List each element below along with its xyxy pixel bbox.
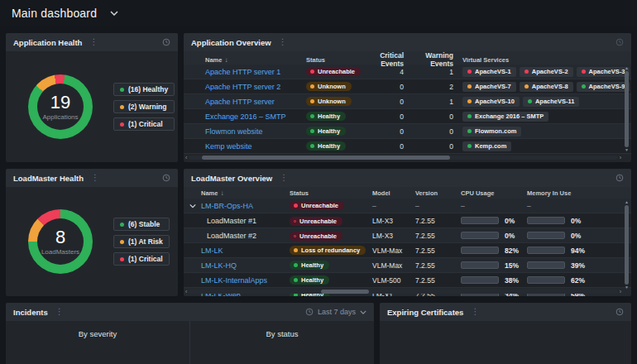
horizontal-scrollbar[interactable]: ‹› — [185, 289, 621, 295]
panel-header: Application Overview ⋮ — [184, 33, 631, 51]
table-row: LM-LK Loss of redundancy VLM-Max 7.2.55 … — [184, 243, 631, 258]
application-link[interactable]: Kemp website — [205, 142, 252, 151]
memory-in-use-cell: 39% — [527, 261, 631, 270]
scroll-down-icon[interactable]: ▼ — [625, 285, 629, 290]
horizontal-scrollbar[interactable]: ‹› — [185, 155, 621, 160]
version-value: 7.2.55 — [415, 232, 461, 240]
model-value: VLM-Max — [372, 261, 415, 270]
loadmaster-link[interactable]: LM-LK-HQ — [201, 261, 237, 270]
legend-label: (1) Critical — [128, 255, 163, 263]
donut-label: LoadMasters — [41, 248, 79, 256]
panel-title: Incidents — [13, 308, 48, 317]
incidents-by-status: By status — [190, 321, 374, 364]
version-value: 7.2.55 — [415, 217, 461, 225]
memory-in-use-value: 62% — [571, 276, 585, 285]
cpu-usage-cell: 15% — [461, 261, 527, 270]
service-state-dot-icon — [524, 84, 529, 89]
virtual-service-chip[interactable]: Kemp.com — [462, 141, 511, 151]
application-link[interactable]: Apache HTTP server — [205, 98, 275, 106]
virtual-service-chip[interactable]: Flowmon.com — [462, 127, 521, 136]
column-header-status: Status — [306, 56, 367, 64]
application-link[interactable]: Exchange 2016 – SMTP — [205, 113, 286, 121]
service-state-dot-icon — [582, 84, 586, 89]
legend-item-stable[interactable]: (6) Stable — [113, 218, 170, 231]
kebab-menu-icon[interactable]: ⋮ — [89, 174, 101, 182]
chevron-down-icon — [110, 11, 118, 16]
status-badge: Unreachable — [290, 232, 342, 241]
kebab-menu-icon[interactable]: ⋮ — [469, 308, 481, 316]
scroll-left-icon[interactable]: ‹ — [185, 289, 187, 295]
scroll-left-icon[interactable]: ‹ — [185, 155, 187, 160]
scrollbar-track[interactable] — [189, 156, 617, 160]
vertical-scrollbar[interactable]: ▲▼ — [623, 200, 630, 290]
memory-in-use-bar — [527, 276, 565, 284]
virtual-service-chip[interactable]: ApacheVS-11 — [523, 97, 580, 107]
loadmaster-link[interactable]: LM-LK-InternalApps — [201, 276, 267, 285]
kebab-menu-icon[interactable]: ⋮ — [278, 174, 290, 182]
kebab-menu-icon[interactable]: ⋮ — [277, 38, 289, 46]
scroll-right-icon[interactable]: › — [620, 289, 621, 295]
loadmaster-link[interactable]: LM-BR-Ops-HA — [201, 202, 253, 210]
loadmaster-health-panel: LoadMaster Health ⋮ 8 LoadMasters (6) St… — [6, 169, 178, 296]
scroll-up-icon[interactable]: ▲ — [625, 200, 629, 204]
donut-value: 8 — [55, 228, 65, 247]
cpu-usage-bar — [461, 217, 499, 224]
application-link[interactable]: Apache HTTP server 1 — [205, 68, 280, 76]
scroll-down-icon[interactable]: ▼ — [625, 148, 629, 152]
table-row: LoadMaster #1 Unreachable LM-X3 7.2.55 0… — [184, 213, 631, 228]
scrollbar-thumb[interactable] — [625, 71, 629, 147]
virtual-service-chip[interactable]: ApacheVS-7 — [462, 82, 516, 92]
vertical-scrollbar[interactable]: ▲▼ — [623, 66, 630, 152]
application-health-legend: (16) Healthy (2) Warning (1) Critical — [113, 83, 175, 131]
virtual-service-chip[interactable]: ApacheVS-1 — [462, 67, 516, 77]
scroll-right-icon[interactable]: › — [620, 155, 621, 160]
loadmaster-link[interactable]: LM-LK — [201, 247, 223, 255]
critical-events-count: 0 — [367, 83, 405, 91]
column-header-name[interactable]: Name↓ — [184, 189, 290, 197]
virtual-service-chip[interactable]: ApacheVS-8 — [520, 82, 573, 92]
virtual-service-chip[interactable]: ApacheVS-3 — [577, 67, 630, 77]
status-dot-icon — [294, 235, 296, 237]
status-dot-icon — [310, 84, 314, 89]
column-header-cpu-usage: CPU Usage — [461, 189, 527, 197]
legend-item-warning[interactable]: (2) Warning — [113, 100, 175, 113]
virtual-service-chip[interactable]: ApacheVS-2 — [520, 67, 573, 77]
application-health-donut: 19 Applications — [28, 74, 93, 139]
cpu-usage-cell: 38% — [461, 276, 527, 285]
legend-item-critical[interactable]: (1) Critical — [113, 252, 170, 266]
column-header-virtual-services: Virtual Services — [455, 56, 631, 64]
panel-header: Application Health ⋮ — [6, 33, 178, 51]
legend-item-critical[interactable]: (1) Critical — [113, 117, 175, 131]
scrollbar-thumb[interactable] — [202, 156, 450, 160]
application-link[interactable]: Flowmon website — [205, 127, 263, 136]
table-body: LM-BR-Ops-HA Unreachable – – – – LoadMas… — [184, 199, 631, 296]
warning-events-count: 0 — [405, 142, 455, 151]
dashboard-selector[interactable]: Main dashboard — [12, 7, 118, 20]
collapse-chevron-icon[interactable] — [189, 204, 196, 208]
donut-center: 19 Applications — [28, 74, 93, 139]
critical-dot-icon — [120, 257, 124, 261]
scroll-up-icon[interactable]: ▲ — [625, 66, 629, 70]
virtual-service-chip[interactable]: ApacheVS-9 — [577, 82, 630, 92]
service-state-dot-icon — [467, 129, 472, 133]
kebab-menu-icon[interactable]: ⋮ — [88, 38, 99, 46]
scrollbar-track[interactable] — [189, 290, 617, 294]
legend-item-at-risk[interactable]: (1) At Risk — [113, 235, 170, 248]
virtual-service-chip[interactable]: ApacheVS-10 — [462, 97, 520, 107]
sort-descending-icon: ↓ — [220, 189, 223, 197]
column-header-warning-events: Warning Events — [405, 51, 455, 68]
virtual-service-chip[interactable]: Exchange 2016 – SMTP — [462, 112, 548, 122]
memory-in-use-cell: 62% — [527, 276, 631, 285]
kebab-menu-icon[interactable]: ⋮ — [54, 308, 65, 316]
loadmaster-overview-table: Name↓ Status Model Version CPU Usage Mem… — [184, 187, 631, 296]
legend-item-healthy[interactable]: (16) Healthy — [113, 83, 175, 96]
scrollbar-thumb[interactable] — [321, 290, 369, 294]
scrollbar-thumb[interactable] — [625, 205, 629, 285]
column-header-name[interactable]: Name↓ — [184, 56, 306, 64]
donut-label: Applications — [42, 113, 78, 121]
panel-title: Application Overview — [191, 38, 271, 47]
time-range-selector[interactable]: Last 7 days — [305, 308, 366, 316]
sort-descending-icon: ↓ — [224, 56, 228, 64]
column-header-version: Version — [415, 189, 461, 197]
application-link[interactable]: Apache HTTP server 2 — [205, 83, 280, 91]
